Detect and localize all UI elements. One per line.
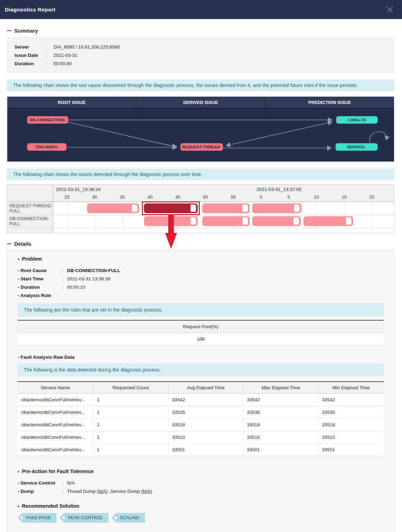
document-icon	[294, 204, 300, 212]
summary-row: Issue Date:2021-03-31	[15, 51, 387, 60]
timeline-tick-label: 15	[342, 194, 347, 200]
value-cell: 1	[93, 394, 168, 406]
problem-title: Problem	[22, 256, 42, 262]
solution-tag: SCALING	[112, 513, 145, 523]
raw-table-column-header: Avg Elapsed Time	[168, 382, 243, 394]
timeline-row-separator	[53, 228, 394, 228]
timeline-tick-label: 0	[260, 194, 262, 200]
colon	[62, 291, 67, 300]
timeline-gridline	[67, 202, 67, 233]
diagnostics-report-dialog: Diagnostics Report Summary Server:DIA_85…	[0, 0, 402, 532]
problem-field-row: - Analysis Rule	[18, 291, 384, 300]
problem-field-label: - Analysis Rule	[18, 291, 62, 300]
analysis-rule-table: Request Pool(%) 100	[18, 320, 384, 346]
dump-text: Thread Dump (	[67, 489, 99, 494]
colon: :	[46, 60, 53, 68]
service-control-value: N/A	[67, 479, 75, 487]
timeline-bar[interactable]	[144, 203, 198, 213]
problem-field-value: 00:00:10	[67, 283, 85, 291]
summary-section-heading: Summary	[7, 28, 394, 34]
root-cause-banner: The following chart shows the root cause…	[7, 79, 394, 91]
close-icon[interactable]	[385, 5, 394, 14]
value-cell: 33542	[318, 394, 384, 406]
value-cell: 33535	[318, 406, 384, 419]
rules-banner: The following are the rules that are set…	[18, 303, 384, 316]
section-dash-icon	[7, 30, 11, 31]
issue-timeline-chart: REQUEST-THREAD-FULLDB-CONNECTION-FULL 20…	[7, 184, 394, 233]
timeline-bar[interactable]	[303, 216, 353, 226]
timeline-tick-label: 55	[231, 194, 236, 200]
bullet-icon	[18, 471, 19, 472]
value-cell: 33510	[318, 431, 384, 444]
fault-raw-data-title: - Fault Analysis Raw Data	[18, 355, 384, 360]
timeline-row-separator	[53, 215, 394, 215]
document-icon	[242, 217, 248, 225]
dump-value: Thread Dump (N/A) ,Service Dump (N/A)	[67, 487, 152, 496]
column-prediction-issue: PREDICTION ISSUE	[265, 97, 394, 108]
problem-field-value: 2021-03-31 13:36:39	[67, 275, 110, 283]
dump-na-link[interactable]: N/A	[99, 489, 106, 494]
dump-na-link[interactable]: N/A	[143, 489, 151, 494]
section-dash-icon	[7, 243, 11, 244]
table-row: /dia/demo/dbConnFull/retriev...133501335…	[18, 444, 384, 456]
colon: :	[62, 487, 67, 496]
value-cell: 1	[93, 419, 168, 431]
problem-field-value: DB-CONNECTION-FULL	[67, 267, 120, 275]
timeline-bar[interactable]	[87, 203, 139, 213]
value-cell: 33535	[243, 406, 318, 419]
solution-tags: FAKE-PAGEPEAK-CONTROLSCALING	[18, 513, 384, 523]
timeline-tick-label: 10	[314, 194, 319, 200]
document-icon	[190, 217, 196, 225]
details-panel: Problem - Root Cause:DB-CONNECTION-FULL-…	[7, 250, 394, 532]
timeline-tick-label: 45	[175, 194, 180, 200]
pre-action-heading: Pre-Action for Fault Tolerence	[18, 469, 384, 474]
timeline-bar[interactable]	[202, 216, 250, 226]
timeline-row-labels: REQUEST-THREAD-FULLDB-CONNECTION-FULL	[7, 185, 53, 233]
issue-flow-chart: ROOT ISSUE DERIVED ISSUE PREDICTION ISSU…	[7, 96, 394, 162]
column-root-issue: ROOT ISSUE	[7, 97, 136, 108]
node-db-connection-full: DB-CONNECTION-FULL	[27, 116, 68, 124]
timeline-rows	[53, 202, 394, 233]
timeline-bar[interactable]	[252, 216, 301, 226]
timeline-tick-label: 25	[65, 194, 69, 200]
bullet-icon	[18, 506, 19, 507]
timeline-label-header-spacer	[7, 185, 53, 202]
summary-field-value: 2021-03-31	[53, 51, 77, 60]
colon: :	[62, 283, 67, 291]
table-row: /dia/demo/dbConnFull/retriev...133542335…	[18, 394, 384, 406]
timeline-row-label: DB-CONNECTION-FULL	[7, 215, 53, 228]
timeline-tick-label: 50	[203, 194, 208, 200]
bullet-icon	[18, 259, 19, 260]
dump-row: - Dump : Thread Dump (N/A) ,Service Dump…	[18, 487, 384, 496]
summary-field-label: Server	[15, 43, 46, 51]
raw-table-column-header: Max Elapsed Time	[243, 382, 318, 394]
problem-field-row: - Duration:00:00:10	[18, 283, 384, 291]
node-request-thread-full: REQUEST-THREAD-FULL	[180, 143, 223, 151]
timeline-bar[interactable]	[252, 203, 301, 213]
timeline-timestamp: 2021-03-31_13:37:05	[257, 187, 301, 192]
value-cell: 33518	[168, 419, 243, 431]
colon: :	[46, 43, 53, 51]
value-cell: 33542	[168, 394, 243, 406]
timeline-axis: 2021-03-31_13:36:242021-03-31_13:37:0525…	[53, 185, 394, 202]
fault-raw-data-table: Service NameRequested CountAvg Elapsed T…	[18, 381, 384, 456]
summary-field-value: 00:00:40	[53, 60, 72, 68]
value-cell: 33510	[168, 431, 243, 444]
selection-arrow-head	[165, 233, 177, 249]
timeline-tick-label: 30	[92, 194, 97, 200]
value-cell: 33518	[318, 419, 384, 431]
value-cell: 1	[93, 406, 168, 419]
colon: :	[62, 275, 67, 283]
summary-title: Summary	[14, 28, 38, 34]
value-cell: 33518	[243, 419, 318, 431]
service-name-cell: /dia/demo/dbConnFull/retriev...	[18, 394, 93, 406]
column-derived-issue: DERIVED ISSUE	[136, 97, 265, 108]
table-row: /dia/demo/dbConnFull/retriev...133535335…	[18, 406, 384, 419]
dump-text: )	[151, 489, 152, 494]
summary-box: Server:DIA_8580 / 10.81.208.225:8580Issu…	[7, 37, 394, 73]
timeline-bar[interactable]	[202, 203, 250, 213]
problem-field-label: - Root Cause	[18, 267, 62, 275]
flow-chart-body: DB-CONNECTION-FULL TOO-MANY-REQUEST REQU…	[7, 109, 394, 162]
timeline-banner: The following chart shows the issues det…	[7, 168, 394, 180]
selection-arrow-shaft	[168, 215, 174, 233]
